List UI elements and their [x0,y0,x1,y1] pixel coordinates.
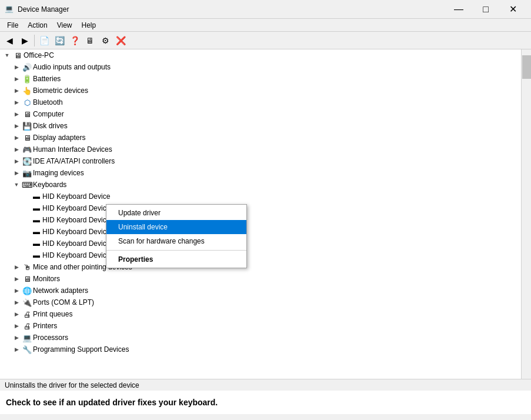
context-menu-update-driver[interactable]: Update driver [106,206,246,220]
hid-kb-label-6: HID Keyboard Device [42,251,110,259]
scrollbar-thumb[interactable] [522,55,531,79]
ide-icon: 💽 [22,156,32,166]
expand-icon: ▶ [12,274,21,284]
expand-icon: ▶ [12,145,21,154]
toolbar-sep-1 [34,35,35,46]
network-label: Network adapters [33,286,88,295]
expand-icon [21,192,31,201]
context-menu-sep [106,250,246,251]
context-menu-scan[interactable]: Scan for hardware changes [106,234,246,248]
close-button[interactable]: ✕ [499,0,526,19]
mice-icon: 🖱 [22,262,32,272]
menu-help[interactable]: Help [77,20,101,31]
tree-item-imaging[interactable]: ▶ 📷 Imaging devices [0,167,521,179]
kb-device-icon: ▬ [32,251,41,260]
tree-item-computer[interactable]: ▶ 🖥 Computer [0,108,521,120]
printers-icon: 🖨 [22,321,32,331]
tree-root[interactable]: ▼ 🖥 Office-PC [0,49,521,61]
tree-panel[interactable]: ▼ 🖥 Office-PC ▶ 🔊 Audio inputs and outpu… [0,49,521,379]
ide-label: IDE ATA/ATAPI controllers [33,157,115,165]
audio-icon: 🔊 [22,62,32,72]
print-queues-icon: 🖨 [22,309,32,319]
prog-icon: 🔧 [22,345,32,354]
help-button[interactable]: ❓ [68,34,82,48]
tree-item-bluetooth[interactable]: ▶ ⬡ Bluetooth [0,96,521,108]
imaging-label: Imaging devices [33,169,84,177]
menu-action[interactable]: Action [23,20,52,31]
tree-item-ports[interactable]: ▶ 🔌 Ports (COM & LPT) [0,296,521,308]
update-driver-button[interactable]: 🔄 [52,34,66,48]
batteries-label: Batteries [33,75,61,83]
context-menu: Update driver Uninstall device Scan for … [106,204,247,268]
expand-icon [21,239,31,248]
context-menu-properties[interactable]: Properties [106,252,246,266]
window-title: Device Manager [18,5,445,14]
display-label: Display adapters [33,134,85,142]
tree-item-monitors[interactable]: ▶ 🖥 Monitors [0,273,521,285]
back-button[interactable]: ◀ [2,34,16,48]
tree-item-ide[interactable]: ▶ 💽 IDE ATA/ATAPI controllers [0,155,521,167]
maximize-button[interactable]: □ [472,0,499,19]
tree-item-hid-kb-5[interactable]: ▬ HID Keyboard Device [0,238,521,249]
expand-icon: ▶ [12,98,21,107]
tree-item-processors[interactable]: ▶ 💻 Processors [0,332,521,344]
tree-item-hid[interactable]: ▶ 🎮 Human Interface Devices [0,144,521,155]
properties-button[interactable]: 📄 [37,34,51,48]
tree-item-hid-kb-6[interactable]: ▬ HID Keyboard Device [0,249,521,261]
display-icon: 🖥 [22,133,32,142]
minimize-button[interactable]: — [445,0,472,19]
status-text: Uninstalls the driver for the selected d… [5,381,139,389]
bluetooth-icon: ⬡ [22,98,32,107]
kb-device-icon: ▬ [32,239,41,248]
tree-item-printers[interactable]: ▶ 🖨 Printers [0,320,521,332]
monitors-label: Monitors [33,275,60,283]
tree-item-hid-kb-1[interactable]: ▬ HID Keyboard Device [0,191,521,202]
expand-icon: ▶ [12,109,21,119]
tree-item-biometric[interactable]: ▶ 👆 Biometric devices [0,85,521,96]
biometric-label: Biometric devices [33,86,88,95]
hid-kb-label-1: HID Keyboard Device [42,192,110,201]
batteries-icon: 🔋 [22,74,32,84]
tree-item-batteries[interactable]: ▶ 🔋 Batteries [0,73,521,85]
forward-button[interactable]: ▶ [18,34,32,48]
scan-button[interactable]: ⚙ [98,34,112,48]
tree-item-keyboards[interactable]: ▼ ⌨ Keyboards [0,179,521,191]
tree-item-audio[interactable]: ▶ 🔊 Audio inputs and outputs [0,61,521,73]
tree-item-hid-kb-3[interactable]: ▬ HID Keyboard Device [0,214,521,226]
tree-item-network[interactable]: ▶ 🌐 Network adapters [0,285,521,296]
uninstall-button[interactable]: ❌ [113,34,128,48]
expand-icon: ▶ [12,62,21,72]
tree-item-mice[interactable]: ▶ 🖱 Mice and other pointing devices [0,261,521,273]
tree-item-hid-kb-4[interactable]: ▬ HID Keyboard Device [0,226,521,238]
expand-icon: ▶ [12,121,21,131]
expand-icon: ▶ [12,321,21,331]
hid-kb-label-3: HID Keyboard Device [42,216,110,224]
expand-icon: ▶ [12,133,21,142]
hid-kb-label-4: HID Keyboard Device [42,228,110,236]
menu-view[interactable]: View [52,20,77,31]
expand-icon: ▶ [12,86,21,95]
expand-icon: ▶ [12,333,21,342]
tree-item-disk[interactable]: ▶ 💾 Disk drives [0,120,521,132]
processors-icon: 💻 [22,333,32,342]
kb-device-icon: ▬ [32,227,41,236]
tree-item-prog[interactable]: ▶ 🔧 Programming Support Devices [0,344,521,355]
tree-item-display[interactable]: ▶ 🖥 Display adapters [0,132,521,144]
kb-device-icon: ▬ [32,215,41,225]
kb-device-icon: ▬ [32,192,41,201]
expand-icon: ▶ [12,74,21,84]
root-label: Office-PC [24,51,54,59]
context-menu-uninstall[interactable]: Uninstall device [106,220,246,234]
app-icon: 💻 [5,5,14,14]
tree-item-hid-kb-2[interactable]: ▬ HID Keyboard Device [0,202,521,214]
expand-icon [21,227,31,236]
tree-item-print-queues[interactable]: ▶ 🖨 Print queues [0,308,521,320]
disk-label: Disk drives [33,122,68,130]
main-area: ▼ 🖥 Office-PC ▶ 🔊 Audio inputs and outpu… [0,49,531,379]
display-button[interactable]: 🖥 [83,34,97,48]
menu-file[interactable]: File [2,20,23,31]
ports-label: Ports (COM & LPT) [33,298,94,306]
scrollbar[interactable] [521,49,531,379]
computer-node-icon: 🖥 [22,109,32,119]
bottom-text: Check to see if an updated driver fixes … [6,398,218,407]
